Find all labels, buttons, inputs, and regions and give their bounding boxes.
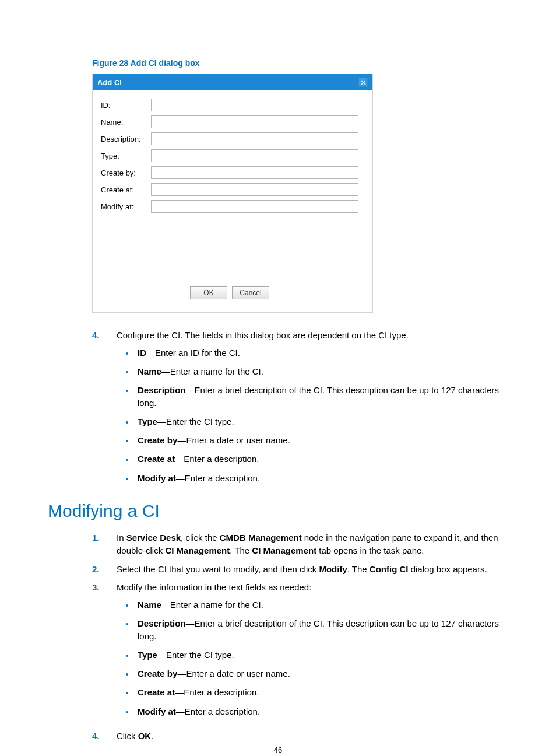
label-type: Type: bbox=[101, 152, 151, 160]
modify-at-field[interactable] bbox=[151, 200, 358, 213]
bullet-icon: • bbox=[117, 705, 138, 718]
page-number: 46 bbox=[0, 746, 556, 754]
label-id: ID: bbox=[101, 101, 151, 110]
heading-modifying-ci: Modifying a CI bbox=[48, 501, 508, 521]
bullet-icon: • bbox=[117, 617, 138, 643]
label-create-at: Create at: bbox=[101, 186, 151, 194]
list-item: Create by—Enter a date or user name. bbox=[138, 434, 508, 447]
step-number: 1. bbox=[92, 531, 117, 557]
list-item: Create at—Enter a description. bbox=[138, 453, 508, 466]
type-field[interactable] bbox=[151, 149, 358, 162]
step-text: Configure the CI. The fields in this dia… bbox=[117, 330, 409, 340]
step-text: In Service Desk, click the CMDB Manageme… bbox=[117, 531, 508, 557]
bullet-icon: • bbox=[117, 667, 138, 680]
bullet-icon: • bbox=[117, 453, 138, 466]
bullet-icon: • bbox=[117, 415, 138, 428]
list-item: ID—Enter an ID for the CI. bbox=[138, 346, 508, 359]
bullet-icon: • bbox=[117, 384, 138, 410]
step-text: Select the CI that you want to modify, a… bbox=[117, 563, 508, 576]
steps-list-2: 1. In Service Desk, click the CMDB Manag… bbox=[48, 531, 508, 743]
dialog-titlebar: Add CI bbox=[93, 74, 372, 90]
dialog-body: ID: Name: Description: Type: Create by: bbox=[93, 90, 372, 312]
bullet-icon: • bbox=[117, 686, 138, 699]
list-item: Create at—Enter a description. bbox=[138, 686, 508, 699]
list-item: Modify at—Enter a description. bbox=[138, 705, 508, 718]
add-ci-dialog: Add CI ID: Name: Description: bbox=[92, 74, 373, 313]
list-item: Description—Enter a brief description of… bbox=[138, 384, 508, 410]
list-item: Type—Enter the CI type. bbox=[138, 415, 508, 428]
create-at-field[interactable] bbox=[151, 183, 358, 196]
label-modify-at: Modify at: bbox=[101, 202, 151, 211]
step-number: 4. bbox=[92, 730, 117, 743]
close-icon[interactable] bbox=[358, 78, 368, 87]
list-item: Type—Enter the CI type. bbox=[138, 649, 508, 662]
bullet-icon: • bbox=[117, 434, 138, 447]
list-item: Create by—Enter a date or user name. bbox=[138, 667, 508, 680]
bullet-icon: • bbox=[117, 598, 138, 611]
label-create-by: Create by: bbox=[101, 169, 151, 177]
id-field[interactable] bbox=[151, 99, 358, 111]
list-item: Name—Enter a name for the CI. bbox=[138, 365, 508, 378]
list-item: Description—Enter a brief description of… bbox=[138, 617, 508, 643]
bullet-icon: • bbox=[117, 472, 138, 485]
list-item: Modify at—Enter a description. bbox=[138, 472, 508, 485]
step-number: 3. bbox=[92, 581, 117, 724]
step-number: 4. bbox=[92, 329, 117, 491]
cancel-button[interactable]: Cancel bbox=[232, 286, 269, 299]
steps-list-1: 4. Configure the CI. The fields in this … bbox=[48, 329, 508, 491]
step-number: 2. bbox=[92, 563, 117, 576]
label-description: Description: bbox=[101, 135, 151, 144]
label-name: Name: bbox=[101, 118, 151, 127]
bullet-icon: • bbox=[117, 346, 138, 359]
step-text: Modify the information in the text field… bbox=[117, 582, 311, 592]
description-field[interactable] bbox=[151, 132, 358, 145]
dialog-title: Add CI bbox=[97, 78, 122, 87]
figure-caption: Figure 28 Add CI dialog box bbox=[92, 58, 508, 68]
bullet-icon: • bbox=[117, 365, 138, 378]
list-item: Name—Enter a name for the CI. bbox=[138, 598, 508, 611]
step-text: Click OK. bbox=[117, 730, 508, 743]
create-by-field[interactable] bbox=[151, 166, 358, 179]
bullet-icon: • bbox=[117, 649, 138, 662]
name-field[interactable] bbox=[151, 116, 358, 128]
dialog-figure: Add CI ID: Name: Description: bbox=[92, 74, 508, 313]
ok-button[interactable]: OK bbox=[190, 286, 227, 299]
